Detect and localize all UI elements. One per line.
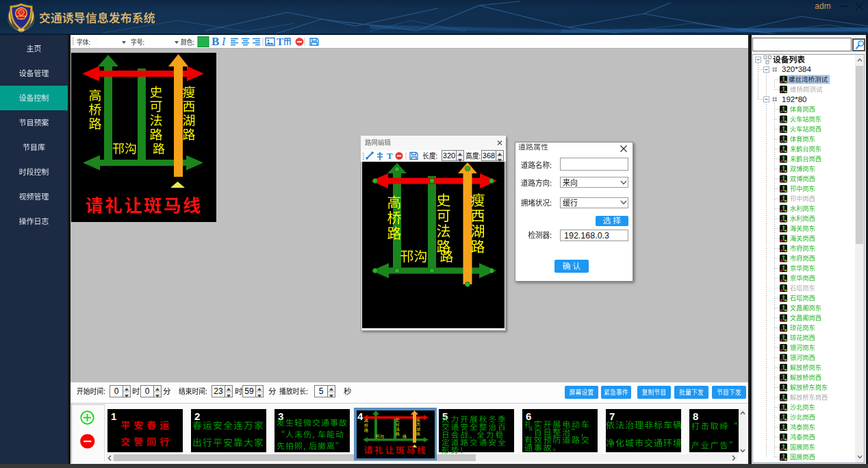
svg-text:T: T — [277, 36, 283, 47]
svg-text:I: I — [221, 36, 226, 47]
svg-text:T: T — [387, 151, 393, 161]
svg-text:B: B — [212, 35, 219, 48]
